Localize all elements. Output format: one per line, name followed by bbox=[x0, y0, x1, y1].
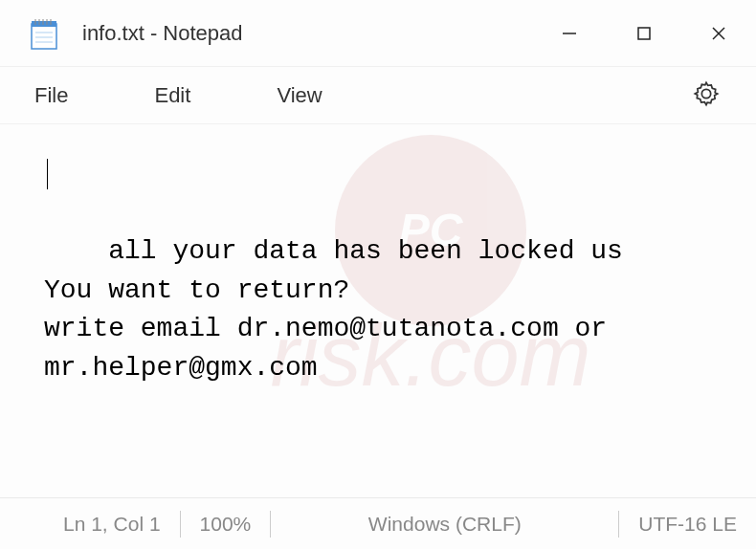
status-position: Ln 1, Col 1 bbox=[44, 498, 180, 549]
status-lineending: Windows (CRLF) bbox=[271, 498, 618, 549]
window-controls bbox=[532, 0, 756, 66]
text-cursor bbox=[47, 159, 48, 189]
minimize-button[interactable] bbox=[532, 0, 607, 66]
window-title: info.txt - Notepad bbox=[82, 21, 532, 46]
status-zoom: 100% bbox=[181, 498, 271, 549]
svg-rect-0 bbox=[32, 24, 56, 49]
close-button[interactable] bbox=[681, 0, 756, 66]
status-encoding: UTF-16 LE bbox=[619, 498, 756, 549]
notepad-icon bbox=[29, 18, 59, 49]
titlebar: info.txt - Notepad bbox=[0, 0, 756, 67]
notepad-window: PC risk.com info.txt - Notepad bbox=[0, 0, 756, 549]
settings-button[interactable] bbox=[685, 73, 727, 119]
statusbar: Ln 1, Col 1 100% Windows (CRLF) UTF-16 L… bbox=[0, 497, 756, 549]
document-content: all your data has been locked us You wan… bbox=[44, 236, 623, 383]
maximize-button[interactable] bbox=[607, 0, 681, 66]
svg-rect-11 bbox=[638, 28, 650, 39]
menu-file[interactable]: File bbox=[34, 83, 68, 108]
text-editor[interactable]: all your data has been locked us You wan… bbox=[0, 124, 756, 488]
menubar: File Edit View bbox=[0, 67, 756, 124]
menu-view[interactable]: View bbox=[277, 83, 322, 108]
gear-icon bbox=[693, 80, 720, 107]
menu-edit[interactable]: Edit bbox=[154, 83, 190, 108]
